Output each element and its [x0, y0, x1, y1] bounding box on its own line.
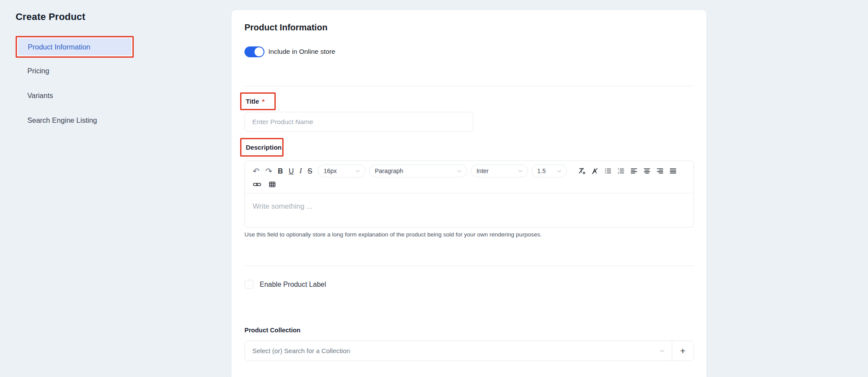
redo-button[interactable]: ↷: [265, 167, 272, 175]
chevron-down-icon: [557, 170, 561, 173]
divider: [244, 86, 694, 86]
annotation-box-product-information: Product Information: [16, 36, 134, 58]
add-collection-button[interactable]: +: [672, 341, 693, 361]
enable-product-label-text: Enable Product Label: [260, 281, 326, 288]
collection-placeholder: Select (or) Search for a Collection: [252, 347, 350, 354]
annotation-box-title: Title *: [240, 92, 276, 110]
toolbar-icon-group: 1 2: [578, 167, 677, 175]
toggle-label: Include in Online store: [268, 48, 335, 56]
chevron-down-icon: [356, 170, 360, 173]
italic-button[interactable]: I: [300, 167, 302, 175]
enable-product-label-checkbox[interactable]: [244, 280, 254, 289]
block-format-value: Paragraph: [375, 167, 403, 174]
line-height-value: 1.5: [537, 167, 545, 174]
sidebar-item-variants[interactable]: Variants: [27, 92, 132, 101]
description-helper-text: Use this field to optionally store a lon…: [244, 231, 635, 238]
clear-formatting-icon[interactable]: [578, 167, 586, 175]
sidebar-item-pricing[interactable]: Pricing: [27, 67, 132, 76]
description-rich-text-editor: ↶ ↷ B U I S 16px Paragraph Inter: [244, 161, 694, 228]
align-left-icon[interactable]: [630, 167, 638, 175]
toolbar-row-1: ↶ ↷ B U I S 16px Paragraph Inter: [253, 164, 686, 177]
undo-button[interactable]: ↶: [253, 167, 260, 175]
line-height-select[interactable]: 1.5: [531, 164, 567, 177]
block-format-select[interactable]: Paragraph: [369, 164, 467, 177]
chevron-down-icon: [660, 349, 665, 353]
toggle-knob: [254, 47, 264, 56]
font-size-value: 16px: [323, 167, 337, 174]
table-icon[interactable]: [268, 180, 276, 188]
product-information-card: Product Information Include in Online st…: [231, 10, 706, 377]
required-asterisk: *: [262, 98, 265, 105]
product-collection-select[interactable]: Select (or) Search for a Collection: [245, 341, 672, 361]
title-label: Title: [246, 98, 259, 105]
editor-toolbar: ↶ ↷ B U I S 16px Paragraph Inter: [245, 161, 693, 193]
section-heading: Product Information: [244, 23, 327, 33]
description-label: Description: [246, 144, 282, 151]
remove-color-icon[interactable]: [591, 167, 599, 175]
svg-text:1: 1: [618, 167, 620, 170]
sidebar-item-product-information[interactable]: Product Information: [18, 38, 132, 56]
bullet-list-icon[interactable]: [604, 167, 612, 175]
justify-icon[interactable]: [669, 167, 677, 175]
chevron-down-icon: [457, 170, 462, 173]
page-title: Create Product: [16, 11, 86, 23]
undo-icon: ↶: [253, 167, 260, 175]
link-icon[interactable]: [253, 180, 261, 188]
bold-button[interactable]: B: [278, 167, 283, 175]
underline-button[interactable]: U: [289, 167, 294, 175]
svg-text:2: 2: [618, 171, 620, 174]
divider: [244, 266, 694, 266]
product-name-input[interactable]: [244, 112, 473, 132]
online-store-toggle-row: Include in Online store: [244, 46, 335, 57]
strikethrough-button[interactable]: S: [307, 167, 312, 175]
ordered-list-icon[interactable]: 1 2: [617, 167, 625, 175]
redo-icon: ↷: [265, 167, 272, 175]
font-family-value: Inter: [476, 167, 488, 174]
product-label-row: Enable Product Label: [244, 280, 326, 289]
include-online-store-toggle[interactable]: [244, 46, 264, 57]
product-collection-label: Product Collection: [244, 327, 300, 334]
font-family-select[interactable]: Inter: [471, 164, 528, 177]
align-right-icon[interactable]: [656, 167, 664, 175]
description-textarea[interactable]: Write something ...: [245, 193, 693, 219]
chevron-down-icon: [518, 170, 522, 173]
product-collection-select-group: Select (or) Search for a Collection +: [244, 341, 694, 361]
sidebar-item-search-engine-listing[interactable]: Search Engine Listing: [27, 116, 132, 126]
annotation-box-description: Description: [240, 138, 284, 157]
align-center-icon[interactable]: [643, 167, 651, 175]
toolbar-row-2: [253, 178, 686, 190]
font-size-select[interactable]: 16px: [318, 164, 366, 177]
